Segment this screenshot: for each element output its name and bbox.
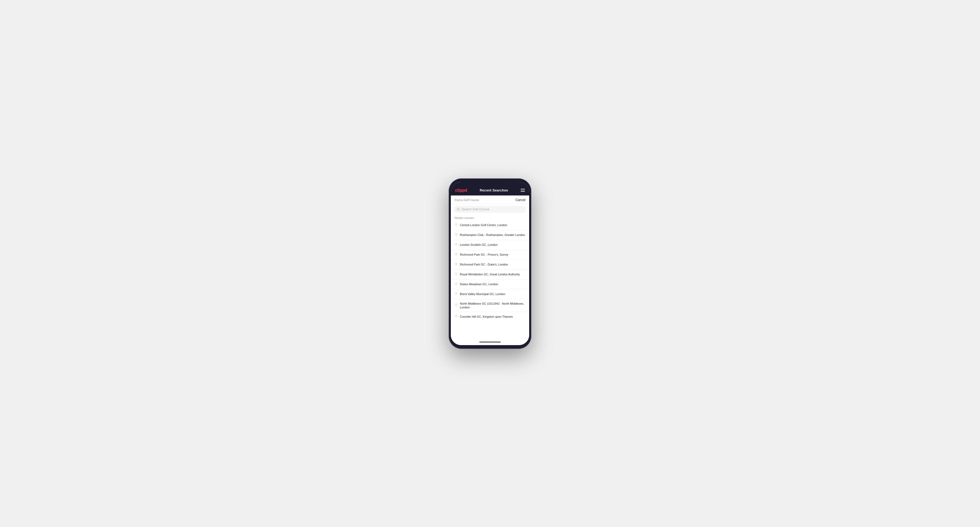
course-list-item[interactable]: Coombe Hill GC, Kingston upon Thames xyxy=(451,312,529,321)
location-pin-icon xyxy=(455,252,458,257)
svg-point-10 xyxy=(456,304,457,305)
course-list-item[interactable]: Central London Golf Centre, London xyxy=(451,221,529,230)
course-list-item[interactable]: Roehampton Club - Roehampton, Greater Lo… xyxy=(451,230,529,240)
location-pin-icon xyxy=(455,303,458,308)
course-list-item[interactable]: Brent Valley Municipal GC, London xyxy=(451,289,529,299)
course-name: Richmond Park GC - Duke's, London xyxy=(460,263,508,266)
menu-line xyxy=(521,191,525,192)
home-bar xyxy=(479,342,501,343)
course-list-item[interactable]: London Scottish GC, London xyxy=(451,240,529,250)
svg-point-5 xyxy=(456,254,457,254)
course-name: Royal Wimbledon GC, Great London Authori… xyxy=(460,272,520,276)
search-input[interactable] xyxy=(461,208,523,211)
header-title: Recent Searches xyxy=(480,188,508,192)
location-pin-icon xyxy=(455,282,458,287)
course-name: Coombe Hill GC, Kingston upon Thames xyxy=(460,315,513,319)
course-name: Dukes Meadows GC, London xyxy=(460,282,498,286)
search-icon xyxy=(457,208,460,211)
svg-point-3 xyxy=(456,234,457,234)
status-bar xyxy=(451,182,529,186)
location-pin-icon xyxy=(455,223,458,228)
course-list: Central London Golf Centre, London Roeha… xyxy=(451,221,529,339)
course-list-item[interactable]: Richmond Park GC - Duke's, London xyxy=(451,260,529,270)
course-name: Roehampton Club - Roehampton, Greater Lo… xyxy=(460,233,525,237)
course-name: London Scottish GC, London xyxy=(460,243,498,247)
svg-point-11 xyxy=(456,315,457,316)
svg-point-8 xyxy=(456,283,457,284)
course-name: Brent Valley Municipal GC, London xyxy=(460,292,505,296)
location-pin-icon xyxy=(455,262,458,267)
location-pin-icon xyxy=(455,314,458,319)
course-name: North Middlesex GC (1011942 - North Midd… xyxy=(460,302,525,310)
search-container xyxy=(451,204,529,215)
home-indicator xyxy=(451,339,529,345)
main-content: Find a Golf Course Cancel Nearby courses xyxy=(451,195,529,339)
svg-point-7 xyxy=(456,273,457,274)
phone-screen: clippd Recent Searches Find a Golf Cours… xyxy=(451,182,529,345)
menu-line xyxy=(521,189,525,189)
nearby-section-label: Nearby courses xyxy=(451,215,529,221)
location-pin-icon xyxy=(455,233,458,238)
svg-point-6 xyxy=(456,264,457,264)
phone-device: clippd Recent Searches Find a Golf Cours… xyxy=(449,178,531,349)
course-name: Richmond Park GC - Prince's, Surrey xyxy=(460,253,508,256)
search-input-wrapper xyxy=(454,206,526,213)
location-pin-icon xyxy=(455,292,458,297)
svg-line-1 xyxy=(459,210,459,210)
course-list-item[interactable]: North Middlesex GC (1011942 - North Midd… xyxy=(451,299,529,312)
find-bar: Find a Golf Course Cancel xyxy=(451,195,529,204)
menu-icon[interactable] xyxy=(521,189,525,192)
svg-point-2 xyxy=(456,224,457,224)
find-label: Find a Golf Course xyxy=(455,198,479,202)
course-list-item[interactable]: Royal Wimbledon GC, Great London Authori… xyxy=(451,270,529,279)
cancel-button[interactable]: Cancel xyxy=(515,198,525,202)
location-pin-icon xyxy=(455,272,458,277)
svg-point-9 xyxy=(456,293,457,294)
course-list-item[interactable]: Dukes Meadows GC, London xyxy=(451,279,529,289)
course-name: Central London Golf Centre, London xyxy=(460,223,507,227)
course-list-item[interactable]: Richmond Park GC - Prince's, Surrey xyxy=(451,250,529,260)
notch xyxy=(480,186,500,189)
app-logo: clippd xyxy=(455,188,467,193)
svg-point-4 xyxy=(456,244,457,244)
location-pin-icon xyxy=(455,243,458,248)
menu-line xyxy=(521,190,525,190)
